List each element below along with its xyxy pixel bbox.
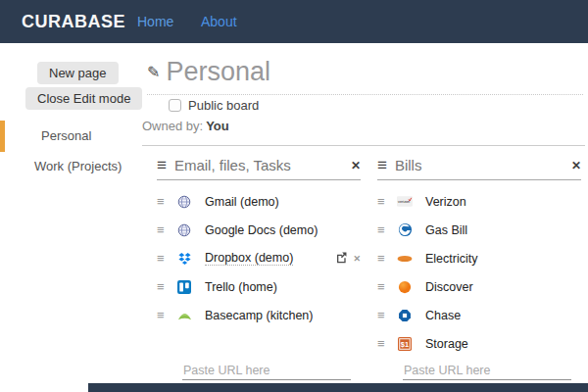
paste-url-input[interactable]: [403, 362, 571, 380]
basecamp-icon: [176, 308, 192, 323]
column-drag-handle-icon[interactable]: ≡: [157, 157, 167, 173]
column-drag-handle-icon[interactable]: ≡: [377, 157, 387, 173]
item-drag-handle-icon[interactable]: ≡: [157, 252, 172, 265]
list-item: ≡ Gmail (demo): [157, 187, 361, 216]
item-link-label[interactable]: Chase: [425, 309, 461, 322]
item-drag-handle-icon[interactable]: ≡: [377, 223, 392, 236]
item-actions: ✕: [335, 250, 361, 268]
column-title[interactable]: Bills: [395, 157, 422, 173]
svg-text:$1: $1: [401, 340, 409, 349]
column-header: ≡ Email, files, Tasks ✕: [157, 157, 361, 180]
column-title[interactable]: Email, files, Tasks: [174, 157, 291, 173]
main-content: ✎ Personal Public board Owned by:You ≡ E…: [137, 43, 588, 392]
item-drag-handle-icon[interactable]: ≡: [377, 252, 392, 265]
item-link-label[interactable]: Google Docs (demo): [205, 223, 318, 237]
app-window: CURABASE Home About New page Close Edit …: [0, 0, 588, 392]
item-link-label[interactable]: Trello (home): [205, 280, 277, 294]
item-drag-handle-icon[interactable]: ≡: [377, 337, 392, 350]
item-drag-handle-icon[interactable]: ≡: [377, 195, 392, 208]
list-item: ≡ Basecamp (kitchen): [157, 301, 361, 329]
trello-icon: [176, 279, 192, 295]
item-link-label[interactable]: Verizon: [425, 195, 466, 209]
list-item: ≡ Gas Bill: [377, 216, 581, 244]
divider: [142, 145, 585, 146]
item-link-label[interactable]: Discover: [425, 280, 473, 294]
item-drag-handle-icon[interactable]: ≡: [377, 280, 392, 293]
nav-item-home[interactable]: Home: [137, 0, 173, 43]
footer-bar: [88, 383, 588, 392]
new-page-button[interactable]: New page: [37, 62, 119, 84]
board-column: ≡ Email, files, Tasks ✕ ≡ Gmail (demo) ≡…: [157, 157, 361, 380]
column-item-list: ≡ Gmail (demo) ≡ Google Docs (demo) ≡ Dr…: [157, 187, 361, 329]
board-title[interactable]: Personal: [166, 57, 270, 87]
list-item: ≡ $1 Storage: [377, 329, 581, 358]
item-drag-handle-icon[interactable]: ≡: [157, 223, 172, 236]
gas-icon: [397, 222, 413, 238]
dropbox-icon: [176, 251, 192, 267]
remove-item-icon[interactable]: ✕: [353, 254, 361, 264]
list-item: ≡ Discover: [377, 272, 581, 301]
owned-by-label: Owned by:: [142, 119, 203, 133]
globe-icon: [176, 222, 192, 238]
electricity-icon: [397, 251, 413, 267]
verizon-icon: verizon: [397, 194, 413, 210]
public-board-row: Public board: [169, 98, 259, 113]
sidebar-item-work-projects[interactable]: Work (Projects): [0, 155, 137, 178]
storage-icon: $1: [397, 336, 413, 352]
public-board-checkbox[interactable]: [169, 99, 181, 112]
paste-url-input[interactable]: [182, 362, 351, 380]
list-item: ≡ Chase: [377, 301, 581, 329]
edit-pencil-icon[interactable]: ✎: [147, 63, 160, 81]
board-column: ≡ Bills ✕ ≡ verizon Verizon ≡ Gas Bill ≡…: [377, 157, 581, 380]
globe-icon: [176, 194, 192, 210]
header-bar: CURABASE Home About: [0, 0, 588, 43]
item-link-label[interactable]: Gas Bill: [425, 223, 467, 237]
owned-by-text: Owned by:You: [142, 119, 229, 133]
brand-logo[interactable]: CURABASE: [22, 0, 125, 43]
list-item: ≡ Trello (home): [157, 272, 361, 301]
column-header: ≡ Bills ✕: [377, 157, 581, 180]
item-link-label[interactable]: Storage: [425, 337, 468, 351]
chase-icon: [397, 308, 413, 323]
nav-item-about[interactable]: About: [201, 0, 237, 43]
sidebar: New page Close Edit mode Personal Work (…: [0, 43, 137, 392]
column-item-list: ≡ verizon Verizon ≡ Gas Bill ≡ Electrici…: [377, 187, 581, 358]
list-item: ≡ Dropbox (demo) ✕: [157, 244, 361, 272]
sidebar-item-personal[interactable]: Personal: [0, 121, 137, 152]
owner-name: You: [206, 119, 229, 133]
item-link-label[interactable]: Electricity: [425, 252, 477, 266]
list-item: ≡ verizon Verizon: [377, 187, 581, 216]
item-drag-handle-icon[interactable]: ≡: [377, 309, 392, 321]
column-close-icon[interactable]: ✕: [571, 159, 581, 172]
svg-text:verizon: verizon: [398, 200, 410, 204]
discover-icon: [397, 279, 413, 295]
item-drag-handle-icon[interactable]: ≡: [157, 195, 172, 208]
item-drag-handle-icon[interactable]: ≡: [157, 280, 172, 293]
item-link-label[interactable]: Gmail (demo): [205, 195, 279, 209]
close-edit-mode-button[interactable]: Close Edit mode: [25, 87, 142, 110]
column-close-icon[interactable]: ✕: [351, 159, 361, 172]
item-drag-handle-icon[interactable]: ≡: [157, 309, 172, 321]
open-external-link-icon[interactable]: [335, 250, 348, 268]
item-link-label[interactable]: Dropbox (demo): [205, 251, 293, 266]
public-board-label: Public board: [188, 98, 259, 113]
item-link-label[interactable]: Basecamp (kitchen): [205, 309, 313, 322]
list-item: ≡ Electricity: [377, 244, 581, 272]
board-columns: ≡ Email, files, Tasks ✕ ≡ Gmail (demo) ≡…: [157, 157, 581, 380]
board-title-row: ✎ Personal: [147, 57, 583, 95]
list-item: ≡ Google Docs (demo): [157, 216, 361, 244]
